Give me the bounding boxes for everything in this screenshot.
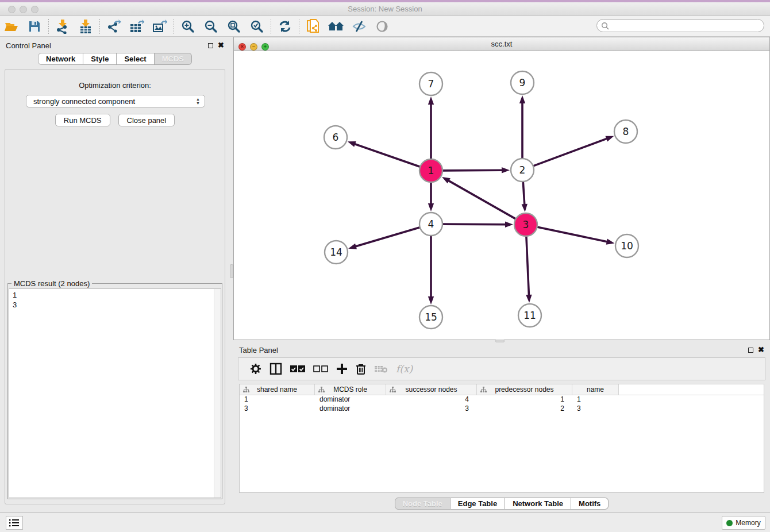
- zoom-window-button[interactable]: [31, 6, 38, 13]
- tab-motifs[interactable]: Motifs: [571, 498, 609, 510]
- close-window-button[interactable]: [8, 6, 16, 13]
- export-table-button[interactable]: [125, 17, 148, 36]
- float-panel-icon[interactable]: [748, 348, 753, 353]
- tab-network[interactable]: Network: [38, 53, 83, 65]
- zoom-network-button[interactable]: +: [261, 43, 269, 51]
- window-traffic-lights[interactable]: [8, 5, 43, 16]
- export-image-button[interactable]: [148, 17, 171, 36]
- zoom-out-button[interactable]: [199, 17, 222, 36]
- table-cell[interactable]: 1: [572, 395, 619, 404]
- import-network-button[interactable]: [51, 17, 74, 36]
- node-label: 2: [519, 164, 526, 176]
- memory-button[interactable]: Memory: [722, 516, 765, 530]
- select-all-icon[interactable]: [290, 365, 305, 373]
- tab-select[interactable]: Select: [117, 53, 154, 65]
- home-view-button[interactable]: [325, 17, 348, 36]
- table-cell[interactable]: 1: [240, 395, 315, 404]
- close-network-button[interactable]: ×: [238, 43, 246, 51]
- graph-node-11[interactable]: 11: [518, 304, 541, 327]
- table-cell[interactable]: 2: [477, 404, 572, 414]
- graph-node-6[interactable]: 6: [324, 126, 347, 149]
- delete-icon[interactable]: [356, 363, 366, 375]
- table-cell[interactable]: 3: [386, 404, 477, 414]
- table-cell[interactable]: 3: [572, 404, 619, 414]
- column-header-shared-name[interactable]: shared name: [240, 384, 315, 395]
- result-scrollbar[interactable]: [214, 289, 221, 498]
- table-cell[interactable]: dominator: [315, 395, 386, 404]
- table-row[interactable]: 3dominator323: [240, 404, 764, 414]
- mcds-result-textarea[interactable]: 1 3: [9, 288, 221, 498]
- tab-edge-table[interactable]: Edge Table: [451, 498, 505, 510]
- export-network-button[interactable]: [102, 17, 125, 36]
- close-panel-button[interactable]: Close panel: [118, 114, 175, 126]
- graph-node-1[interactable]: 1: [419, 159, 442, 182]
- graph-node-7[interactable]: 7: [419, 72, 442, 95]
- float-panel-icon[interactable]: [208, 43, 213, 48]
- run-mcds-button[interactable]: Run MCDS: [55, 114, 110, 126]
- column-header-name[interactable]: name: [572, 384, 619, 395]
- graph-node-14[interactable]: 14: [325, 241, 348, 264]
- mcds-panel-content: Optimization criterion: strongly connect…: [5, 69, 225, 504]
- graph-edge-4-3[interactable]: [443, 224, 506, 225]
- table-tabs: Node Table Edge Table Network Table Moti…: [233, 498, 770, 510]
- add-column-icon[interactable]: [336, 363, 348, 375]
- gear-icon[interactable]: [250, 363, 261, 375]
- import-table-button[interactable]: [74, 17, 97, 36]
- tab-style[interactable]: Style: [83, 53, 117, 65]
- save-session-button[interactable]: [23, 17, 46, 36]
- hide-panels-button[interactable]: [348, 17, 371, 36]
- tab-mcds[interactable]: MCDS: [155, 53, 192, 65]
- graph-edge-1-2[interactable]: [443, 170, 503, 171]
- column-header-label: shared name: [257, 385, 297, 394]
- control-panel: Control Panel ✖ Network Style Select MCD…: [0, 38, 230, 508]
- node-label: 9: [519, 77, 526, 88]
- network-graph[interactable]: 1234678910111415: [234, 51, 769, 340]
- graph-node-3[interactable]: 3: [514, 213, 537, 236]
- graph-node-10[interactable]: 10: [615, 234, 638, 257]
- tab-node-table[interactable]: Node Table: [395, 498, 451, 510]
- minimize-network-button[interactable]: −: [250, 43, 257, 51]
- table-row[interactable]: 1dominator411: [240, 395, 764, 404]
- table-cell[interactable]: 3: [240, 404, 315, 414]
- zoom-selected-button[interactable]: [245, 17, 268, 36]
- search-input[interactable]: [596, 19, 764, 32]
- task-history-button[interactable]: [6, 516, 23, 530]
- function-builder-icon[interactable]: f(x): [396, 363, 413, 375]
- graph-edge-3-1[interactable]: [448, 180, 515, 219]
- delete-table-icon[interactable]: [374, 364, 388, 373]
- open-session-button[interactable]: [0, 17, 23, 36]
- graph-edge-4-14[interactable]: [355, 228, 419, 246]
- column-header-predecessor-nodes[interactable]: predecessor nodes: [477, 384, 572, 395]
- table-cell[interactable]: 4: [386, 395, 477, 404]
- graph-node-8[interactable]: 8: [614, 120, 637, 143]
- zoom-in-button[interactable]: [176, 17, 199, 36]
- zoom-fit-button[interactable]: [222, 17, 245, 36]
- graph-edge-2-3[interactable]: [523, 182, 525, 205]
- graph-edge-3-10[interactable]: [538, 227, 608, 242]
- graph-edge-2-8[interactable]: [534, 138, 607, 166]
- show-panel-button[interactable]: [371, 17, 394, 36]
- close-panel-icon[interactable]: ✖: [758, 347, 764, 353]
- graph-node-4[interactable]: 4: [419, 213, 442, 236]
- close-panel-icon[interactable]: ✖: [218, 43, 224, 48]
- column-header-MCDS-role[interactable]: MCDS role: [315, 384, 386, 395]
- graph-edge-1-6[interactable]: [354, 144, 419, 167]
- optimization-criterion-select[interactable]: strongly connected component ▲▼: [26, 95, 205, 107]
- network-window-titlebar[interactable]: ×−+ scc.txt: [234, 37, 769, 51]
- deselect-all-icon[interactable]: [313, 365, 328, 373]
- column-header-successor-nodes[interactable]: successor nodes: [386, 384, 477, 395]
- column-layout-icon[interactable]: [270, 363, 282, 375]
- graph-edge-3-11[interactable]: [526, 237, 529, 296]
- table-cell[interactable]: dominator: [315, 404, 386, 414]
- graph-node-2[interactable]: 2: [511, 159, 534, 182]
- import-network-icon: [56, 19, 70, 34]
- graph-node-9[interactable]: 9: [511, 71, 534, 94]
- minimize-window-button[interactable]: [20, 6, 27, 13]
- table-header-row: shared nameMCDS rolesuccessor nodesprede…: [240, 384, 764, 395]
- graph-node-15[interactable]: 15: [419, 306, 442, 329]
- network-file-button[interactable]: [302, 17, 325, 36]
- tab-network-table[interactable]: Network Table: [505, 498, 571, 510]
- table-cell[interactable]: 1: [477, 395, 572, 404]
- refresh-button[interactable]: [274, 17, 297, 36]
- graph-edge-arrow: [606, 239, 615, 245]
